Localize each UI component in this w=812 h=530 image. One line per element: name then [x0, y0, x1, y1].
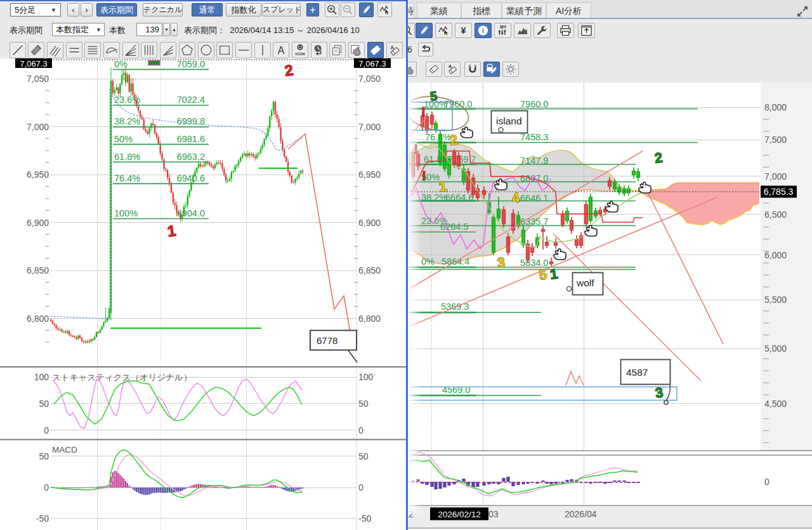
svg-text:100: 100: [358, 372, 374, 382]
svg-text:island: island: [496, 116, 522, 126]
svg-text:6,850: 6,850: [358, 265, 381, 275]
svg-text:6981.6: 6981.6: [177, 134, 205, 144]
svg-text:6,950: 6,950: [358, 169, 381, 180]
svg-text:50: 50: [358, 451, 369, 461]
svg-text:0%: 0%: [421, 256, 435, 267]
svg-text:0%: 0%: [114, 59, 128, 69]
svg-text:0: 0: [44, 425, 49, 435]
svg-text:0: 0: [358, 425, 363, 435]
svg-text:6646.1: 6646.1: [520, 193, 548, 203]
svg-text:6,000: 6,000: [764, 250, 787, 260]
svg-text:38.2%: 38.2%: [114, 116, 140, 126]
svg-text:6,785.3: 6,785.3: [764, 187, 794, 197]
svg-text:76.4%: 76.4%: [425, 132, 451, 142]
svg-text:6,850: 6,850: [27, 265, 49, 275]
svg-text:6963.2: 6963.2: [177, 152, 205, 162]
svg-text:7,500: 7,500: [764, 135, 787, 145]
svg-text:6897.0: 6897.0: [520, 173, 548, 183]
svg-text:0: 0: [764, 477, 769, 487]
svg-text:-50: -50: [36, 513, 49, 524]
svg-text:6664.6: 6664.6: [445, 192, 473, 202]
svg-text:7,000: 7,000: [27, 122, 49, 132]
svg-text:7960.0: 7960.0: [520, 99, 548, 109]
svg-text:2026/04: 2026/04: [565, 509, 597, 519]
svg-text:7,067.3: 7,067.3: [358, 59, 386, 69]
svg-text:0: 0: [358, 482, 363, 493]
svg-text:!: !: [421, 104, 426, 119]
svg-text:7147.9: 7147.9: [520, 156, 548, 166]
svg-text:0: 0: [44, 482, 49, 493]
svg-text:6904.0: 6904.0: [177, 208, 205, 218]
svg-text:23.6%: 23.6%: [114, 95, 140, 105]
svg-text:7059.0: 7059.0: [177, 59, 205, 69]
svg-text:7,050: 7,050: [27, 74, 49, 84]
svg-text:03: 03: [488, 509, 499, 519]
svg-text:5,000: 5,000: [764, 343, 787, 354]
svg-text:100%: 100%: [114, 208, 138, 218]
svg-text:6,800: 6,800: [27, 314, 49, 324]
svg-text:4,500: 4,500: [764, 399, 787, 409]
svg-text:7022.4: 7022.4: [177, 95, 205, 105]
svg-text:6940.6: 6940.6: [177, 173, 205, 183]
svg-text:8,000: 8,000: [764, 102, 787, 112]
svg-text:-50: -50: [358, 513, 371, 524]
svg-text:wolf: wolf: [576, 277, 594, 288]
svg-text:50: 50: [39, 451, 49, 461]
svg-text:7,000: 7,000: [358, 122, 381, 132]
svg-text:6778: 6778: [317, 335, 337, 346]
svg-text:A: A: [278, 45, 285, 56]
svg-text:¥: ¥: [461, 25, 466, 36]
svg-text:ストキャスティクス（オリジナル）: ストキャスティクス（オリジナル）: [52, 373, 192, 382]
svg-text:4569.0: 4569.0: [442, 385, 470, 395]
svg-text:50%: 50%: [114, 134, 133, 144]
svg-text:MY: MY: [500, 25, 507, 29]
svg-text:6264.5: 6264.5: [440, 222, 468, 232]
svg-text:2026/02/12: 2026/02/12: [438, 510, 481, 519]
svg-text:6,950: 6,950: [27, 169, 49, 180]
svg-text:4587: 4587: [626, 367, 648, 378]
svg-text:ICON: ICON: [296, 52, 305, 56]
svg-text:i: i: [482, 26, 484, 35]
svg-text:6999.8: 6999.8: [177, 116, 205, 126]
svg-text:6,500: 6,500: [764, 209, 787, 220]
svg-text:7,000: 7,000: [764, 171, 787, 182]
svg-text:50: 50: [358, 399, 369, 409]
svg-text:7,067.3: 7,067.3: [20, 59, 47, 69]
svg-text:6,900: 6,900: [358, 218, 381, 228]
svg-text:!: !: [422, 168, 426, 183]
svg-text:6,800: 6,800: [358, 314, 381, 324]
svg-text:76.4%: 76.4%: [114, 173, 140, 183]
svg-text:MACD: MACD: [52, 445, 77, 454]
svg-text:6,900: 6,900: [27, 218, 49, 228]
svg-text:100: 100: [34, 372, 49, 382]
svg-text:50: 50: [39, 399, 49, 409]
svg-text:7,050: 7,050: [358, 74, 381, 84]
svg-text:61.8%: 61.8%: [114, 152, 140, 162]
svg-text:5,500: 5,500: [764, 295, 787, 305]
